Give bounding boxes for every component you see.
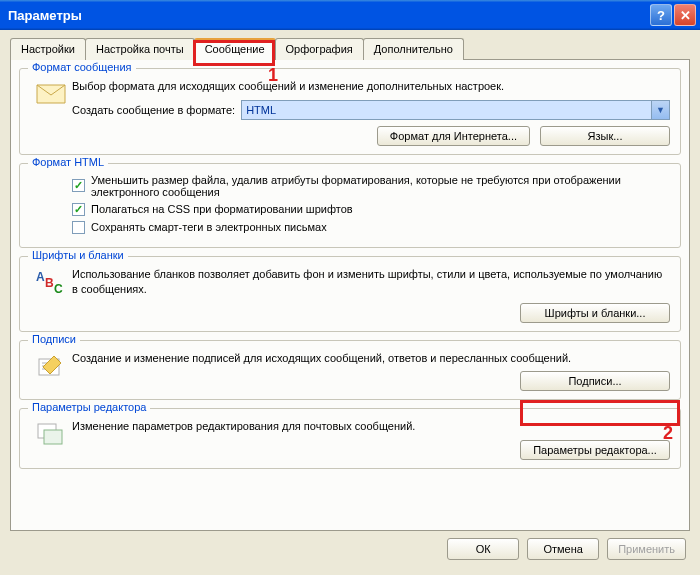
envelope-icon [30, 79, 72, 105]
group-title: Подписи [28, 333, 80, 345]
cancel-button[interactable]: Отмена [527, 538, 599, 560]
checkbox-smart-tags[interactable] [72, 221, 85, 234]
editor-options-button[interactable]: Параметры редактора... [520, 440, 670, 460]
tab-compose[interactable]: Сообщение [194, 38, 276, 60]
group-title: Параметры редактора [28, 401, 150, 413]
tab-strip: Настройки Настройка почты Сообщение Орфо… [10, 38, 690, 60]
group-title: Формат сообщения [28, 61, 136, 73]
tab-settings[interactable]: Настройки [10, 38, 86, 60]
annotation-number-2: 2 [663, 423, 673, 444]
titlebar: Параметры ? ✕ [0, 0, 700, 30]
button-label: Применить [618, 543, 675, 555]
svg-rect-6 [44, 430, 62, 444]
chevron-down-icon: ▼ [651, 101, 669, 119]
group-message-format: Формат сообщения Выбор формата для исход… [19, 68, 681, 155]
signatures-button[interactable]: Подписи... [520, 371, 670, 391]
help-button[interactable]: ? [650, 4, 672, 26]
checkbox-label: Полагаться на CSS при форматировании шри… [91, 203, 353, 215]
group-html-format: Формат HTML ✓ Уменьшить размер файла, уд… [19, 163, 681, 248]
svg-text:C: C [54, 282, 63, 295]
tab-label: Дополнительно [374, 43, 453, 55]
checkbox-reduce-size[interactable]: ✓ [72, 179, 85, 192]
button-label: Шрифты и бланки... [545, 307, 646, 319]
format-select[interactable]: HTML ▼ [241, 100, 670, 120]
button-label: Отмена [543, 543, 582, 555]
window-title: Параметры [8, 8, 648, 23]
svg-text:B: B [45, 276, 54, 290]
desc-text: Создание и изменение подписей для исходя… [72, 351, 670, 366]
button-label: Формат для Интернета... [390, 130, 517, 142]
checkbox-css-fonts[interactable]: ✓ [72, 203, 85, 216]
group-signatures: Подписи Создание и изменение подписей дл… [19, 340, 681, 401]
tab-mail-setup[interactable]: Настройка почты [85, 38, 195, 60]
tab-label: Орфография [286, 43, 353, 55]
editor-icon [30, 419, 72, 447]
dialog-buttons: ОК Отмена Применить [10, 532, 690, 560]
group-title: Формат HTML [28, 156, 108, 168]
tab-label: Сообщение [205, 43, 265, 55]
tab-panel: Формат сообщения Выбор формата для исход… [10, 59, 690, 531]
desc-text: Использование бланков позволяет добавить… [72, 267, 670, 297]
annotation-number-1: 1 [268, 65, 278, 86]
group-title: Шрифты и бланки [28, 249, 128, 261]
group-fonts: Шрифты и бланки ABC Использование бланко… [19, 256, 681, 332]
ok-button[interactable]: ОК [447, 538, 519, 560]
group-editor: Параметры редактора Изменение параметров… [19, 408, 681, 469]
signature-icon [30, 351, 72, 379]
fonts-stationery-button[interactable]: Шрифты и бланки... [520, 303, 670, 323]
create-format-label: Создать сообщение в формате: [72, 104, 235, 116]
button-label: Язык... [588, 130, 623, 142]
apply-button[interactable]: Применить [607, 538, 686, 560]
internet-format-button[interactable]: Формат для Интернета... [377, 126, 530, 146]
abc-icon: ABC [30, 267, 72, 295]
desc-text: Изменение параметров редактирования для … [72, 419, 670, 434]
checkbox-label: Сохранять смарт-теги в электронных письм… [91, 221, 327, 233]
svg-text:A: A [36, 270, 45, 284]
close-button[interactable]: ✕ [674, 4, 696, 26]
button-label: ОК [476, 543, 491, 555]
checkbox-label: Уменьшить размер файла, удалив атрибуты … [91, 174, 670, 198]
language-button[interactable]: Язык... [540, 126, 670, 146]
select-value: HTML [246, 104, 276, 116]
tab-advanced[interactable]: Дополнительно [363, 38, 464, 60]
dialog-content: Настройки Настройка почты Сообщение Орфо… [0, 30, 700, 566]
tab-label: Настройки [21, 43, 75, 55]
desc-text: Выбор формата для исходящих сообщений и … [72, 79, 670, 94]
button-label: Параметры редактора... [533, 444, 657, 456]
tab-spelling[interactable]: Орфография [275, 38, 364, 60]
button-label: Подписи... [568, 375, 621, 387]
tab-label: Настройка почты [96, 43, 184, 55]
